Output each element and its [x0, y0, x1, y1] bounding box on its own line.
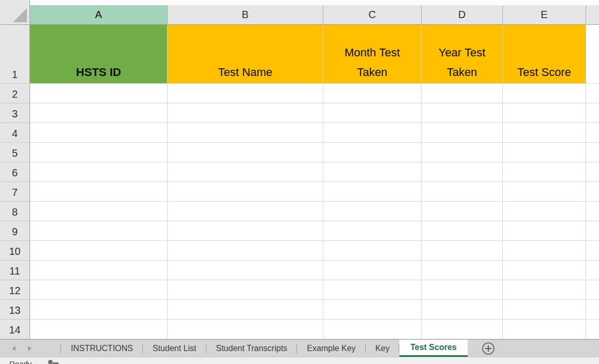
cell-C13[interactable]: [323, 300, 422, 320]
cell-partial-11[interactable]: [586, 261, 599, 280]
cell-B13[interactable]: [168, 300, 323, 320]
cell-C6[interactable]: [323, 162, 422, 182]
row-header-5[interactable]: 5: [0, 143, 30, 162]
cell-C5[interactable]: [323, 143, 422, 162]
cell-A14[interactable]: [30, 320, 168, 339]
row-header-10[interactable]: 10: [0, 241, 30, 261]
next-sheet-arrow-icon[interactable]: [28, 346, 32, 351]
cell-B12[interactable]: [168, 280, 323, 300]
row-header-8[interactable]: 8: [0, 202, 30, 221]
cell-A11[interactable]: [30, 261, 168, 280]
cell-E10[interactable]: [503, 241, 586, 261]
row-header-1[interactable]: 1: [0, 25, 30, 84]
cell-D10[interactable]: [422, 241, 503, 261]
cell-partial-13[interactable]: [586, 300, 599, 320]
cell-C1[interactable]: Month Test Taken: [323, 25, 422, 84]
cell-partial-12[interactable]: [586, 280, 599, 300]
cell-C11[interactable]: [323, 261, 422, 280]
row-header-7[interactable]: 7: [0, 182, 30, 202]
cell-partial-3[interactable]: [586, 103, 599, 123]
tab-key[interactable]: Key: [366, 340, 400, 357]
row-header-11[interactable]: 11: [0, 261, 30, 280]
tab-test-scores[interactable]: Test Scores: [399, 340, 468, 357]
cell-A7[interactable]: [30, 182, 168, 202]
row-header-12[interactable]: 12: [0, 280, 30, 300]
cell-E6[interactable]: [503, 162, 586, 182]
cell-D4[interactable]: [422, 123, 503, 143]
cell-E3[interactable]: [503, 103, 586, 123]
cell-E4[interactable]: [503, 123, 586, 143]
cell-D12[interactable]: [422, 280, 503, 300]
column-header-partial[interactable]: [586, 5, 599, 24]
cell-partial-14[interactable]: [586, 320, 599, 339]
cell-D6[interactable]: [422, 162, 503, 182]
cell-B6[interactable]: [168, 162, 323, 182]
column-header-B[interactable]: B: [168, 5, 323, 24]
cell-partial-9[interactable]: [586, 221, 599, 241]
cell-C4[interactable]: [323, 123, 422, 143]
cell-A2[interactable]: [30, 84, 168, 103]
cell-D11[interactable]: [422, 261, 503, 280]
cell-B8[interactable]: [168, 202, 323, 221]
cell-E13[interactable]: [503, 300, 586, 320]
row-header-3[interactable]: 3: [0, 103, 30, 123]
cell-B1[interactable]: Test Name: [168, 25, 323, 84]
row-header-13[interactable]: 13: [0, 300, 30, 320]
cell-D5[interactable]: [422, 143, 503, 162]
cell-A10[interactable]: [30, 241, 168, 261]
cell-D1[interactable]: Year Test Taken: [422, 25, 503, 84]
tab-instructions[interactable]: INSTRUCTIONS: [61, 340, 143, 357]
cell-E2[interactable]: [503, 84, 586, 103]
cell-C10[interactable]: [323, 241, 422, 261]
cell-E12[interactable]: [503, 280, 586, 300]
cell-partial-10[interactable]: [586, 241, 599, 261]
cell-C14[interactable]: [323, 320, 422, 339]
tab-example-key[interactable]: Example Key: [297, 340, 365, 357]
cell-E7[interactable]: [503, 182, 586, 202]
cell-D7[interactable]: [422, 182, 503, 202]
cell-D3[interactable]: [422, 103, 503, 123]
cell-B2[interactable]: [168, 84, 323, 103]
tab-student-list[interactable]: Student List: [143, 340, 206, 357]
cell-C8[interactable]: [323, 202, 422, 221]
column-header-C[interactable]: C: [323, 5, 422, 24]
cell-C9[interactable]: [323, 221, 422, 241]
cell-B10[interactable]: [168, 241, 323, 261]
row-header-2[interactable]: 2: [0, 84, 30, 103]
cell-A8[interactable]: [30, 202, 168, 221]
cell-partial-4[interactable]: [586, 123, 599, 143]
cell-partial-7[interactable]: [586, 182, 599, 202]
cell-B3[interactable]: [168, 103, 323, 123]
cell-D13[interactable]: [422, 300, 503, 320]
cell-partial-2[interactable]: [586, 84, 599, 103]
row-header-4[interactable]: 4: [0, 123, 30, 143]
cell-A13[interactable]: [30, 300, 168, 320]
cell-partial-8[interactable]: [586, 202, 599, 221]
cell-A12[interactable]: [30, 280, 168, 300]
macro-record-icon[interactable]: [48, 360, 59, 364]
column-header-D[interactable]: D: [422, 5, 503, 24]
row-header-14[interactable]: 14: [0, 320, 30, 339]
row-header-6[interactable]: 6: [0, 162, 30, 182]
cell-E8[interactable]: [503, 202, 586, 221]
cell-A4[interactable]: [30, 123, 168, 143]
cell-E1[interactable]: Test Score: [503, 25, 586, 84]
cell-C7[interactable]: [323, 182, 422, 202]
cell-D14[interactable]: [422, 320, 503, 339]
cell-B7[interactable]: [168, 182, 323, 202]
cell-A6[interactable]: [30, 162, 168, 182]
cell-C2[interactable]: [323, 84, 422, 103]
add-sheet-button[interactable]: [482, 342, 495, 355]
column-header-A[interactable]: A: [30, 5, 168, 24]
cell-B14[interactable]: [168, 320, 323, 339]
cell-C3[interactable]: [323, 103, 422, 123]
cell-E11[interactable]: [503, 261, 586, 280]
cell-E5[interactable]: [503, 143, 586, 162]
cell-A3[interactable]: [30, 103, 168, 123]
tab-student-transcripts[interactable]: Student Transcripts: [206, 340, 297, 357]
cell-A9[interactable]: [30, 221, 168, 241]
cell-C12[interactable]: [323, 280, 422, 300]
cell-B5[interactable]: [168, 143, 323, 162]
cell-partial-1[interactable]: [586, 25, 599, 84]
cell-D9[interactable]: [422, 221, 503, 241]
